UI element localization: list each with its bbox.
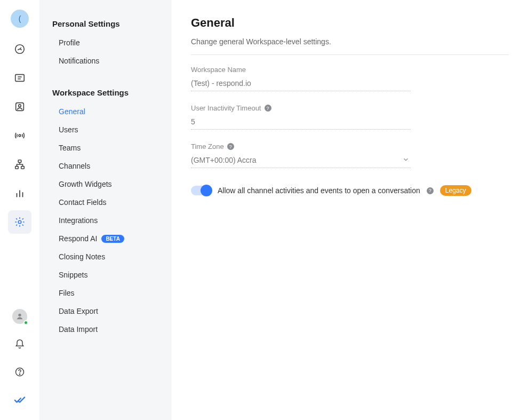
inactivity-label: User Inactivity Timeout bbox=[191, 104, 261, 112]
rail-user[interactable] bbox=[8, 305, 31, 328]
help-icon[interactable]: ? bbox=[265, 105, 271, 112]
workspace-name-input[interactable] bbox=[191, 78, 411, 91]
field-timezone: Time Zone ? (GMT+00:00) Accra bbox=[191, 142, 411, 168]
org-tree-icon bbox=[14, 159, 26, 170]
toggle-row-open-conversation: Allow all channel activities and events … bbox=[191, 185, 509, 196]
nav-closing-notes[interactable]: Closing Notes bbox=[39, 248, 172, 266]
help-icon[interactable]: ? bbox=[427, 187, 434, 194]
toggle-knob bbox=[201, 185, 212, 196]
nav-general[interactable]: General bbox=[39, 102, 172, 121]
rail-workflows[interactable] bbox=[8, 153, 31, 176]
svg-point-17 bbox=[19, 374, 20, 375]
svg-point-14 bbox=[18, 220, 21, 224]
rail-notifications[interactable] bbox=[8, 332, 31, 356]
page-subtitle: Change general Workspace-level settings. bbox=[191, 37, 509, 46]
inactivity-input[interactable] bbox=[191, 116, 411, 130]
rail-bottom bbox=[8, 305, 31, 411]
svg-rect-2 bbox=[15, 75, 25, 82]
rail-inbox[interactable] bbox=[8, 66, 31, 90]
nav-integrations[interactable]: Integrations bbox=[39, 211, 172, 229]
svg-point-6 bbox=[19, 105, 21, 107]
gauge-icon bbox=[14, 43, 26, 55]
timezone-label: Time Zone bbox=[191, 142, 224, 150]
nav-channels[interactable]: Channels bbox=[39, 157, 172, 175]
rail-reports[interactable] bbox=[8, 181, 31, 205]
field-inactivity: User Inactivity Timeout ? bbox=[191, 104, 411, 130]
rail-broadcast[interactable] bbox=[8, 124, 31, 147]
rail-settings[interactable] bbox=[8, 210, 31, 234]
gear-icon bbox=[14, 216, 26, 228]
beta-badge: BETA bbox=[101, 235, 124, 243]
svg-point-7 bbox=[19, 134, 21, 137]
nav-respond-ai[interactable]: Respond AI BETA bbox=[39, 229, 172, 248]
allow-open-conversation-toggle[interactable] bbox=[191, 186, 211, 195]
timezone-select[interactable]: (GMT+00:00) Accra bbox=[191, 155, 411, 168]
user-silhouette-icon bbox=[15, 312, 24, 321]
bar-chart-icon bbox=[14, 187, 26, 199]
section-title-personal: Personal Settings bbox=[39, 16, 172, 31]
settings-sidebar: Personal Settings Profile Notifications … bbox=[39, 0, 172, 420]
nav-profile[interactable]: Profile bbox=[39, 34, 172, 52]
toggle-label: Allow all channel activities and events … bbox=[218, 186, 420, 195]
workspace-name-label: Workspace Name bbox=[191, 66, 246, 74]
rail-dashboard[interactable] bbox=[8, 37, 31, 61]
help-circle-icon bbox=[14, 367, 25, 377]
main-content: General Change general Workspace-level s… bbox=[172, 0, 528, 420]
workspace-avatar[interactable]: ( bbox=[11, 10, 29, 28]
online-indicator bbox=[23, 320, 28, 325]
svg-line-1 bbox=[20, 47, 21, 49]
nav-data-import[interactable]: Data Import bbox=[39, 320, 172, 338]
message-icon bbox=[14, 72, 26, 84]
bell-icon bbox=[14, 339, 25, 350]
svg-rect-10 bbox=[21, 167, 25, 169]
section-title-workspace: Workspace Settings bbox=[39, 85, 172, 100]
nav-contact-fields[interactable]: Contact Fields bbox=[39, 193, 172, 211]
nav-growth-widgets[interactable]: Growth Widgets bbox=[39, 175, 172, 193]
svg-point-15 bbox=[18, 314, 21, 316]
field-workspace-name: Workspace Name bbox=[191, 66, 411, 91]
divider bbox=[191, 54, 509, 55]
nav-files[interactable]: Files bbox=[39, 284, 172, 302]
nav-snippets[interactable]: Snippets bbox=[39, 266, 172, 284]
rail-help[interactable] bbox=[8, 360, 31, 384]
rail-brand[interactable] bbox=[8, 388, 31, 411]
rail-contacts[interactable] bbox=[8, 95, 31, 118]
svg-rect-8 bbox=[18, 160, 21, 163]
nav-data-export[interactable]: Data Export bbox=[39, 302, 172, 320]
nav-notifications[interactable]: Notifications bbox=[39, 52, 172, 70]
broadcast-icon bbox=[14, 130, 26, 141]
double-check-icon bbox=[14, 394, 26, 406]
timezone-value: (GMT+00:00) Accra bbox=[191, 155, 411, 168]
page-title: General bbox=[191, 16, 509, 30]
svg-rect-9 bbox=[15, 167, 19, 169]
chevron-down-icon bbox=[402, 156, 410, 163]
icon-rail: ( bbox=[0, 0, 39, 420]
legacy-badge: Legacy bbox=[440, 185, 471, 196]
workspace-avatar-letter: ( bbox=[19, 14, 21, 23]
person-box-icon bbox=[14, 101, 26, 113]
help-icon[interactable]: ? bbox=[227, 143, 234, 150]
nav-users[interactable]: Users bbox=[39, 121, 172, 139]
nav-teams[interactable]: Teams bbox=[39, 139, 172, 157]
